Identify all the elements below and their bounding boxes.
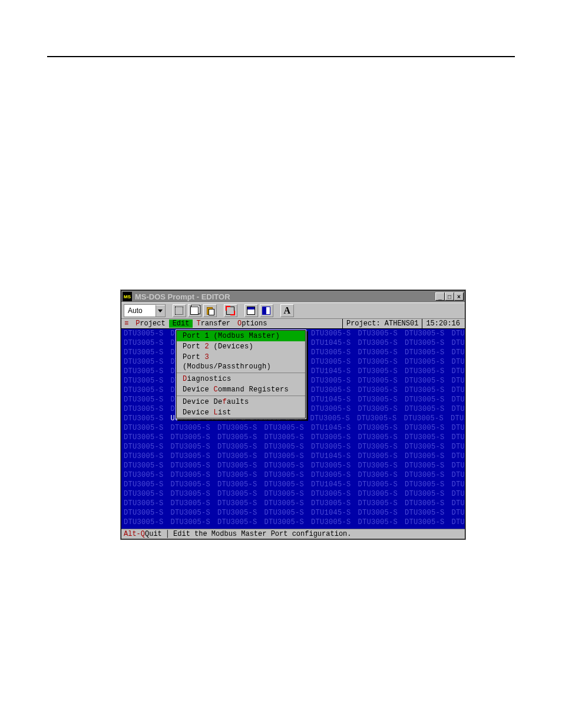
bg-row: DTU3005-SDTU3005-SDTU3005-SDTU3005-SDTU1… [121, 480, 465, 489]
paste-button[interactable] [203, 304, 217, 317]
menu-item[interactable]: Device Command Registers [177, 384, 305, 395]
menu-edit[interactable]: Edit [169, 319, 193, 328]
bg-row: DTU3005-SDTU3005-SDTU3005-SDTU3005-SDTU3… [121, 489, 465, 499]
menu-item[interactable]: Device Defaults [177, 397, 305, 407]
chevron-down-icon[interactable] [156, 305, 165, 317]
statusbar-hint: Edit the Modbus Master Port configuratio… [173, 529, 351, 539]
toolbar: Auto A [121, 302, 465, 319]
window-title: MS-DOS Prompt - EDITOR [135, 292, 435, 301]
bg-row: DTU3005-SDTU3005-SDTU3005-SDTU3005-SDTU3… [121, 518, 465, 527]
bg-row: DTU3005-SDTU3005-SDTU3005-SDTU3005-SDTU3… [121, 442, 465, 452]
clock: 15:20:16 [422, 319, 464, 328]
combo-value: Auto [124, 307, 156, 315]
bg-row: DTU3005-SDTU3005-SDTU3005-SDTU3005-SDTU1… [121, 452, 465, 461]
font-icon: A [283, 307, 290, 315]
font-size-combo[interactable]: Auto [124, 304, 166, 317]
menu-separator [177, 373, 305, 373]
bg-row: DTU3005-SDTU3005-SDTU3005-SDTU3005-SDTU3… [121, 461, 465, 470]
paste-icon [207, 307, 213, 315]
menu-item[interactable]: Port 3 (Modbus/Passthrough) [177, 352, 305, 372]
fullscreen-button[interactable] [224, 304, 237, 317]
bg-row: DTU3005-SDTU3005-SDTU3005-SDTU3005-SDTU3… [121, 499, 465, 508]
page-divider [47, 56, 515, 57]
properties-icon [247, 307, 255, 315]
copy-button[interactable] [188, 304, 201, 317]
app-icon: MS [123, 292, 132, 301]
quit-label: Quit [145, 529, 162, 539]
bg-row: DTU3005-SDTU3005-SDTU3005-SDTU3005-SDTU3… [121, 433, 465, 442]
menu-options[interactable]: Options [234, 319, 270, 328]
properties-button[interactable] [244, 304, 258, 317]
close-button[interactable]: × [454, 292, 464, 301]
dos-statusbar: Alt-Q Quit │ Edit the Modbus Master Port… [121, 529, 465, 539]
menu-item[interactable]: Diagnostics [177, 374, 305, 384]
mark-button[interactable] [173, 304, 186, 317]
menu-item[interactable]: Port 2 (Devices) [177, 341, 305, 352]
select-icon [175, 307, 183, 315]
dos-menubar: ≡ ProjectEditTransferOptions Project: AT… [121, 319, 465, 329]
system-menu-icon[interactable]: ≡ [124, 319, 128, 328]
titlebar[interactable]: MS MS-DOS Prompt - EDITOR _ □ × [121, 291, 465, 302]
background-button[interactable] [260, 304, 273, 317]
app-window: MS MS-DOS Prompt - EDITOR _ □ × Auto [121, 290, 465, 539]
bg-row: DTU3005-SDTU3005-SDTU3005-SDTU3005-SDTU1… [121, 423, 465, 433]
maximize-button[interactable]: □ [445, 292, 454, 301]
menu-project[interactable]: Project [132, 319, 168, 328]
fullscreen-icon [226, 307, 234, 315]
bg-row: DTU3005-SDTU3005-SDTU3005-SDTU3005-SDTU1… [121, 508, 465, 518]
edit-menu-dropdown: Port 1 (Modbus Master)Port 2 (Devices)Po… [176, 330, 306, 419]
dos-workspace: DTU3005-SDTU3005-SDTU3005-SDTU3005-SDTU3… [121, 329, 465, 529]
menu-item[interactable]: Port 1 (Modbus Master) [177, 331, 305, 341]
dos-app: ≡ ProjectEditTransferOptions Project: AT… [121, 319, 465, 539]
minimize-button[interactable]: _ [435, 292, 445, 301]
font-button[interactable]: A [280, 304, 294, 317]
menu-item[interactable]: Device List [177, 407, 305, 418]
bg-row: DTU3005-SDTU3005-SDTU3005-SDTU3005-SDTU3… [121, 470, 465, 480]
quit-hotkey: Alt-Q [124, 529, 145, 539]
project-name: ATHENS01 [385, 319, 419, 328]
project-indicator: Project: ATHENS01 [342, 319, 422, 328]
menu-separator [177, 396, 305, 396]
statusbar-separator: │ [166, 529, 170, 539]
copy-icon [190, 307, 199, 315]
menu-transfer[interactable]: Transfer [193, 319, 234, 328]
background-icon [262, 307, 270, 315]
